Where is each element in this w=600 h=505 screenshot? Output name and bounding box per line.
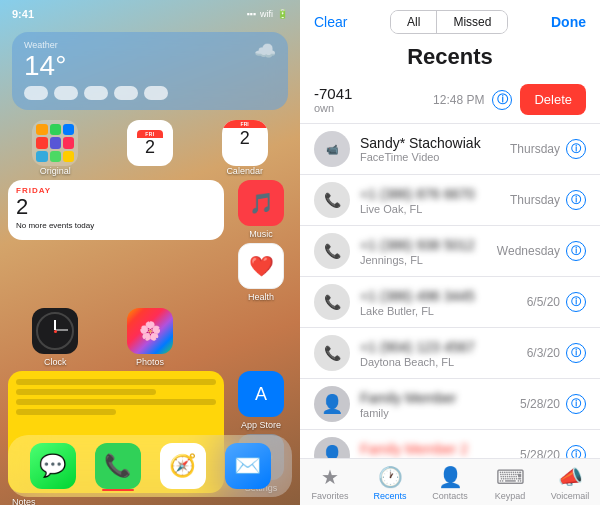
clock-icon	[32, 308, 78, 354]
info-btn-1[interactable]: ⓘ	[566, 190, 586, 210]
call-row-4[interactable]: 📞 +1 (904) 123 4567 Daytona Beach, FL 6/…	[300, 328, 600, 379]
tab-voicemail[interactable]: 📣 Voicemail	[540, 465, 600, 501]
info-btn-5[interactable]: ⓘ	[566, 394, 586, 414]
music-icon: 🎵	[238, 180, 284, 226]
safari-icon: 🧭	[169, 453, 196, 479]
clock-minute-hand	[55, 330, 68, 331]
app-row-3: Clock 🌸 Photos	[0, 304, 300, 371]
weather-widget[interactable]: Weather 14° ☁️	[12, 32, 288, 110]
cal-text-day: FRIDAY	[16, 186, 216, 195]
photos-emoji: 🌸	[139, 320, 161, 342]
orig-cell-7	[36, 151, 47, 162]
health-icon: ❤️	[238, 243, 284, 289]
info-btn-0[interactable]: ⓘ	[566, 139, 586, 159]
dock-mail[interactable]: ✉️	[225, 443, 271, 489]
wifi-icon: wifi	[260, 9, 273, 19]
weather-location: Weather	[24, 40, 66, 50]
phone-icon-3: 📞	[324, 294, 341, 310]
call-time-3: 6/5/20	[527, 295, 560, 309]
avatar-4: 📞	[314, 335, 350, 371]
keypad-label: Keypad	[495, 491, 526, 501]
app-icon-clock[interactable]: Clock	[24, 308, 86, 367]
orig-cell-5	[50, 137, 61, 148]
calendar-text-area: FRIDAY 2 No more events today	[8, 180, 224, 302]
highlighted-call: -7041 own 12:48 PM ⓘ Delete	[300, 76, 600, 124]
clear-button[interactable]: Clear	[314, 14, 347, 30]
call-row-6[interactable]: 👤 Family Member 2 family 5/28/20 ⓘ	[300, 430, 600, 458]
call-row-5[interactable]: 👤 Family Member family 5/28/20 ⓘ	[300, 379, 600, 430]
call-row-1[interactable]: 📞 +1 (386) 876 6670 Live Oak, FL Thursda…	[300, 175, 600, 226]
recents-title: Recents	[300, 40, 600, 76]
app-icon-appstore[interactable]: A App Store	[230, 371, 292, 430]
app-icon-music[interactable]: 🎵 Music	[230, 180, 292, 239]
keypad-icon: ⌨	[496, 465, 525, 489]
info-btn-6[interactable]: ⓘ	[566, 445, 586, 458]
tab-contacts[interactable]: 👤 Contacts	[420, 465, 480, 501]
forecast-cloud-4	[114, 86, 138, 100]
health-label: Health	[248, 292, 274, 302]
orig-cell-4	[36, 137, 47, 148]
tab-recents[interactable]: 🕐 Recents	[360, 465, 420, 501]
app-icon-calendar-large[interactable]: FRI 2 Calendar	[214, 120, 276, 176]
app-icon-calendar-small[interactable]: FRI 2	[119, 120, 181, 176]
app-icon-health[interactable]: ❤️ Health	[230, 243, 292, 302]
highlighted-info-button[interactable]: ⓘ	[492, 90, 512, 110]
notes-line-4	[16, 409, 116, 415]
music-label: Music	[249, 229, 273, 239]
dock-messages[interactable]: 💬	[30, 443, 76, 489]
delete-button[interactable]: Delete	[520, 84, 586, 115]
photos-label: Photos	[136, 357, 164, 367]
info-btn-2[interactable]: ⓘ	[566, 241, 586, 261]
call-row-2[interactable]: 📞 +1 (386) 938 5012 Jennings, FL Wednesd…	[300, 226, 600, 277]
info-btn-4[interactable]: ⓘ	[566, 343, 586, 363]
app-icon-photos[interactable]: 🌸 Photos	[119, 308, 181, 367]
done-button[interactable]: Done	[551, 14, 586, 30]
recents-icon: 🕐	[378, 465, 403, 489]
appstore-emoji: A	[255, 384, 267, 405]
dock-safari[interactable]: 🧭	[160, 443, 206, 489]
clock-hour-hand	[54, 320, 56, 330]
call-row-0[interactable]: 📹 Sandy* Stachowiak FaceTime Video Thurs…	[300, 124, 600, 175]
app-icon-original[interactable]: Original	[24, 120, 86, 176]
forecast-cloud-2	[54, 86, 78, 100]
person-icon-6: 👤	[321, 444, 343, 458]
call-right-2: Wednesday ⓘ	[497, 241, 586, 261]
calendar-text-widget[interactable]: FRIDAY 2 No more events today	[8, 180, 224, 240]
call-time-0: Thursday	[510, 142, 560, 156]
call-right-6: 5/28/20 ⓘ	[520, 445, 586, 458]
call-right-4: 6/3/20 ⓘ	[527, 343, 586, 363]
tab-favorites[interactable]: ★ Favorites	[300, 465, 360, 501]
clock-center	[54, 330, 57, 333]
notes-line-3	[16, 399, 216, 405]
segment-missed[interactable]: Missed	[437, 11, 507, 33]
voicemail-icon: 📣	[558, 465, 583, 489]
call-info-5: Family Member family	[360, 389, 520, 419]
info-btn-3[interactable]: ⓘ	[566, 292, 586, 312]
cal-text-msg: No more events today	[16, 221, 216, 230]
call-name-3: +1 (386) 496 3445	[360, 288, 475, 304]
forecast-cloud-1	[24, 86, 48, 100]
forecast-cloud-3	[84, 86, 108, 100]
tab-keypad[interactable]: ⌨ Keypad	[480, 465, 540, 501]
app-icon-empty	[214, 308, 276, 367]
phone-icon-4: 📞	[324, 345, 341, 361]
call-info-0: Sandy* Stachowiak FaceTime Video	[360, 135, 510, 163]
call-sub-3: Lake Butler, FL	[360, 305, 527, 317]
call-time-1: Thursday	[510, 193, 560, 207]
cal-date: 2	[145, 138, 155, 156]
calendar-small-widget: FRI 2	[127, 120, 173, 166]
segment-all[interactable]: All	[391, 11, 437, 33]
empty-icon	[222, 308, 268, 354]
orig-cell-3	[63, 124, 74, 135]
call-row-3[interactable]: 📞 +1 (386) 496 3445 Lake Butler, FL 6/5/…	[300, 277, 600, 328]
dock-phone[interactable]: 📞	[95, 443, 141, 489]
call-name-5: Family Member	[360, 390, 456, 406]
call-time-6: 5/28/20	[520, 448, 560, 458]
photos-icon: 🌸	[127, 308, 173, 354]
tab-bar: ★ Favorites 🕐 Recents 👤 Contacts ⌨ Keypa…	[300, 458, 600, 505]
phone-icon-1: 📞	[324, 192, 341, 208]
weather-cloud: ☁️	[254, 40, 276, 62]
cal-large-date: 2	[240, 128, 250, 149]
notes-line-2	[16, 389, 156, 395]
avatar-2: 📞	[314, 233, 350, 269]
